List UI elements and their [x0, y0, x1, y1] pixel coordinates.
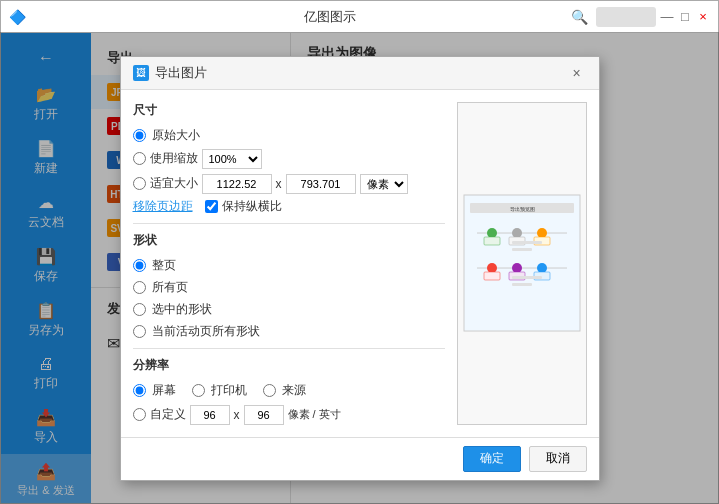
dialog-title-icon: 🖼 [133, 65, 149, 81]
shape-all-label: 所有页 [152, 279, 188, 296]
header-actions: 🔍 [571, 7, 656, 27]
svg-point-4 [487, 228, 497, 238]
svg-point-11 [487, 263, 497, 273]
resolution-custom-row: 自定义 x 像素 / 英寸 [133, 405, 445, 425]
section-divider-2 [133, 348, 445, 349]
dialog-settings: 尺寸 原始大小 使用缩放 100% 50% 200% [133, 102, 445, 425]
size-scale-radio[interactable] [133, 152, 146, 165]
dpi-unit-label: 像素 / 英寸 [288, 407, 341, 422]
size-original-row: 原始大小 [133, 127, 445, 144]
shape-current-label: 当前活动页所有形状 [152, 323, 260, 340]
dialog-title-bar: 🖼 导出图片 × [121, 57, 599, 90]
size-radio-group: 原始大小 使用缩放 100% 50% 200% [133, 127, 445, 194]
app-title: 亿图图示 [89, 8, 571, 26]
svg-rect-5 [484, 237, 500, 245]
svg-rect-12 [484, 272, 500, 280]
height-input[interactable] [286, 174, 356, 194]
maximize-button[interactable]: □ [678, 10, 692, 24]
user-avatar[interactable] [596, 7, 656, 27]
title-bar: 🔷 亿图图示 🔍 — □ × [1, 1, 718, 33]
remove-margin-btn[interactable]: 移除页边距 [133, 198, 193, 215]
res-source-label: 来源 [282, 382, 306, 399]
width-input[interactable] [202, 174, 272, 194]
svg-rect-0 [464, 195, 580, 331]
resolution-section-label: 分辨率 [133, 357, 445, 374]
res-custom-label: 自定义 [150, 406, 186, 423]
shape-selected-label: 选中的形状 [152, 301, 212, 318]
svg-point-15 [537, 263, 547, 273]
svg-point-13 [512, 263, 522, 273]
size-custom-radio[interactable] [133, 177, 146, 190]
help-icon[interactable]: 🔍 [571, 9, 588, 25]
size-original-radio[interactable] [133, 129, 146, 142]
dpi-sep: x [234, 408, 240, 422]
dialog-title-text: 导出图片 [155, 64, 207, 82]
size-scale-label: 使用缩放 [150, 150, 198, 167]
dialog-title: 🖼 导出图片 [133, 64, 207, 82]
dpi-input-1[interactable] [190, 405, 230, 425]
res-screen-radio[interactable] [133, 384, 146, 397]
shape-selected-radio[interactable] [133, 303, 146, 316]
shape-whole-radio[interactable] [133, 259, 146, 272]
svg-rect-18 [512, 248, 532, 251]
size-original-label: 原始大小 [152, 127, 200, 144]
res-printer-radio[interactable] [192, 384, 205, 397]
shape-all-row: 所有页 [133, 279, 445, 296]
shape-current-row: 当前活动页所有形状 [133, 323, 445, 340]
keep-ratio-checkbox[interactable] [205, 200, 218, 213]
section-divider-1 [133, 223, 445, 224]
shape-whole-label: 整页 [152, 257, 176, 274]
size-custom-label: 适宜大小 [150, 175, 198, 192]
svg-rect-20 [512, 283, 532, 286]
dpi-input-2[interactable] [244, 405, 284, 425]
unit-select[interactable]: 像素 英寸 [360, 174, 408, 194]
svg-point-8 [537, 228, 547, 238]
cancel-button[interactable]: 取消 [529, 446, 587, 472]
dialog-body: 尺寸 原始大小 使用缩放 100% 50% 200% [121, 90, 599, 437]
shape-current-radio[interactable] [133, 325, 146, 338]
preview-svg: 导出预览图 [462, 193, 582, 333]
size-custom-row: 适宜大小 x 像素 英寸 [133, 174, 445, 194]
shape-radio-group: 整页 所有页 选中的形状 当前活动页所有形状 [133, 257, 445, 340]
size-sep: x [276, 177, 282, 191]
shape-selected-row: 选中的形状 [133, 301, 445, 318]
ok-button[interactable]: 确定 [463, 446, 521, 472]
dialog-footer: 确定 取消 [121, 437, 599, 480]
shape-section-label: 形状 [133, 232, 445, 249]
export-dialog: 🖼 导出图片 × 尺寸 原始大小 [120, 56, 600, 481]
res-printer-row: 打印机 [192, 382, 247, 399]
keep-ratio-label: 保持纵横比 [222, 198, 282, 215]
size-scale-row: 使用缩放 100% 50% 200% [133, 149, 445, 169]
dialog-preview: 导出预览图 [457, 102, 587, 425]
res-source-row: 来源 [263, 382, 306, 399]
svg-rect-17 [512, 241, 542, 244]
svg-text:导出预览图: 导出预览图 [509, 206, 534, 212]
res-screen-label: 屏幕 [152, 382, 176, 399]
close-button[interactable]: × [696, 10, 710, 24]
remove-margin-row: 移除页边距 保持纵横比 [133, 198, 445, 215]
size-section-label: 尺寸 [133, 102, 445, 119]
title-bar-icon: 🔷 [9, 9, 26, 25]
window-controls: 🔍 — □ × [571, 7, 710, 27]
scale-select[interactable]: 100% 50% 200% [202, 149, 262, 169]
minimize-button[interactable]: — [660, 10, 674, 24]
res-source-radio[interactable] [263, 384, 276, 397]
shape-all-radio[interactable] [133, 281, 146, 294]
svg-point-6 [512, 228, 522, 238]
res-printer-label: 打印机 [211, 382, 247, 399]
dialog-overlay: 🖼 导出图片 × 尺寸 原始大小 [0, 32, 719, 504]
res-screen-row: 屏幕 [133, 382, 176, 399]
keep-ratio-row: 保持纵横比 [205, 198, 282, 215]
svg-rect-19 [512, 276, 542, 279]
res-custom-radio[interactable] [133, 408, 146, 421]
shape-whole-row: 整页 [133, 257, 445, 274]
dialog-close-button[interactable]: × [567, 63, 587, 83]
resolution-row: 屏幕 打印机 来源 [133, 382, 445, 399]
